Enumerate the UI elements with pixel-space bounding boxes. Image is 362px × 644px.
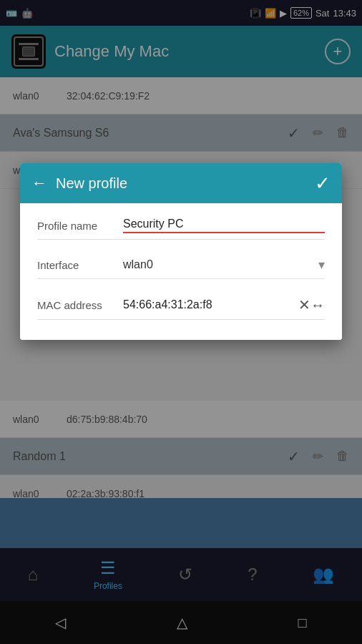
dialog-header: ← New profile ✓ — [20, 163, 342, 203]
profile-name-field-row: Profile name — [37, 218, 325, 240]
interface-field-label: Interface — [37, 259, 123, 271]
mac-randomize-button[interactable]: ✕↔ — [298, 296, 325, 313]
dialog-confirm-button[interactable]: ✓ — [315, 172, 331, 195]
profile-name-input[interactable] — [123, 218, 325, 233]
dialog-body: Profile name Interface wlan0 ▾ MAC addre… — [20, 203, 342, 340]
mac-address-value: 54:66:a4:31:2a:f8 — [123, 298, 298, 311]
interface-field-row: Interface wlan0 ▾ — [37, 257, 325, 279]
mac-address-field-label: MAC address — [37, 299, 123, 311]
new-profile-dialog: ← New profile ✓ Profile name Interface w… — [20, 163, 342, 340]
profile-name-field-label: Profile name — [37, 220, 123, 232]
interface-dropdown-value[interactable]: wlan0 — [123, 258, 318, 271]
dialog-title: New profile — [56, 175, 306, 192]
mac-address-field-row: MAC address 54:66:a4:31:2a:f8 ✕↔ — [37, 296, 325, 320]
dialog-back-button[interactable]: ← — [31, 174, 47, 192]
dropdown-arrow-icon[interactable]: ▾ — [318, 257, 325, 273]
